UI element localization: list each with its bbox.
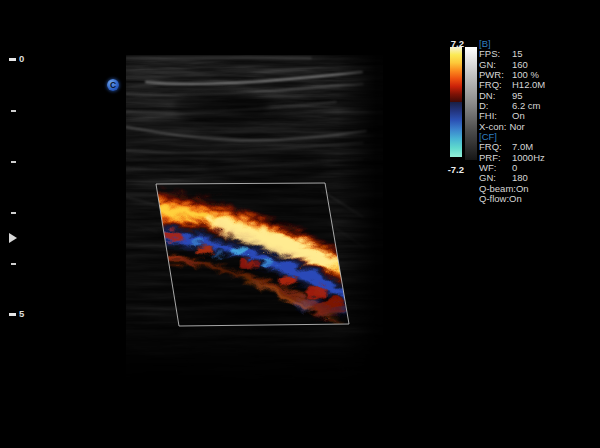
param-label: Q-flow: (479, 194, 509, 204)
focus-marker-icon (9, 233, 17, 243)
ultrasound-display: 0 5 C (0, 0, 600, 448)
doppler-color-bar (450, 47, 462, 157)
depth-tick (9, 58, 16, 61)
param-value: On (509, 194, 522, 204)
depth-tick (9, 313, 16, 316)
probe-orientation-marker: C (107, 79, 119, 91)
depth-tick (11, 110, 16, 112)
param-row-qflow: Q-flow:On (479, 194, 579, 204)
depth-label-5: 5 (19, 309, 31, 319)
depth-tick (11, 161, 16, 163)
color-doppler-region (151, 179, 356, 331)
velocity-scale-min: -7.2 (440, 164, 464, 175)
param-value: Nor (509, 122, 524, 132)
ultrasound-image (126, 55, 438, 391)
parameter-panel: [B] FPS:15 GN:160 PWR:100 % FRQ:H12.0M D… (479, 39, 579, 205)
depth-tick (11, 212, 16, 214)
depth-label-0: 0 (19, 54, 31, 64)
depth-tick (11, 263, 16, 265)
grayscale-bar (465, 47, 477, 160)
